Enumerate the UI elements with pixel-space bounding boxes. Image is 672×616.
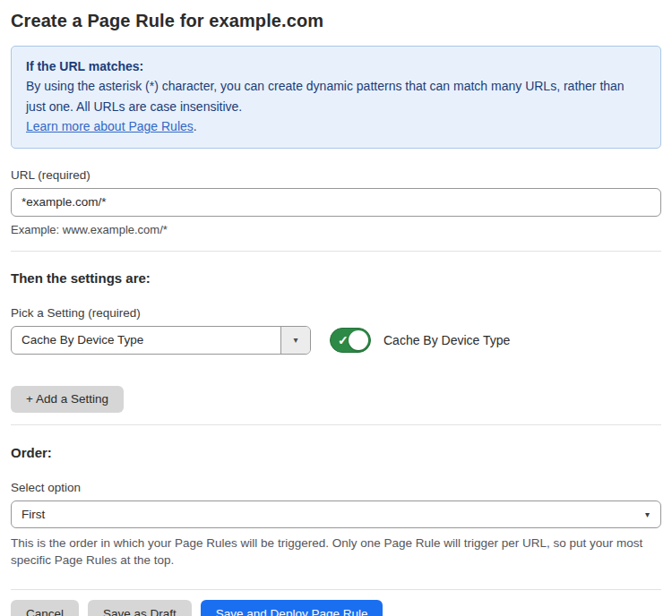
info-box-heading: If the URL matches: [26, 56, 646, 76]
divider [11, 424, 661, 425]
info-box-link-line: Learn more about Page Rules. [26, 116, 646, 136]
checkmark-icon: ✓ [338, 333, 349, 346]
pick-setting-label: Pick a Setting (required) [11, 306, 661, 320]
setting-select-value: Cache By Device Type [12, 327, 280, 354]
cache-device-toggle[interactable]: ✓ [330, 328, 371, 353]
learn-more-link[interactable]: Learn more about Page Rules [26, 119, 194, 133]
toggle-knob [349, 330, 368, 350]
cancel-button[interactable]: Cancel [11, 600, 79, 616]
settings-heading: Then the settings are: [11, 270, 661, 286]
link-suffix: . [194, 119, 197, 133]
url-example-text: Example: www.example.com/* [11, 223, 661, 236]
toggle-label: Cache By Device Type [383, 333, 510, 347]
info-box-body: By using the asterisk (*) character, you… [26, 76, 646, 116]
save-draft-button[interactable]: Save as Draft [88, 600, 192, 616]
order-select[interactable]: First ▾ [11, 500, 661, 528]
page-rule-form: Create a Page Rule for example.com If th… [0, 0, 672, 616]
form-actions: Cancel Save as Draft Save and Deploy Pag… [11, 600, 661, 616]
url-label: URL (required) [11, 168, 661, 182]
page-title: Create a Page Rule for example.com [11, 11, 661, 31]
divider [11, 251, 661, 252]
url-input[interactable] [11, 188, 661, 217]
order-help-text: This is the order in which your Page Rul… [11, 535, 661, 569]
setting-select-arrow-button[interactable]: ▾ [280, 327, 310, 354]
order-heading: Order: [11, 445, 661, 460]
order-select-label: Select option [11, 481, 661, 494]
setting-row: Cache By Device Type ▾ ✓ Cache By Device… [11, 326, 661, 355]
add-setting-button[interactable]: + Add a Setting [11, 386, 124, 413]
chevron-down-icon: ▾ [293, 335, 297, 345]
save-deploy-button[interactable]: Save and Deploy Page Rule [201, 600, 383, 616]
divider [11, 589, 661, 590]
url-match-info-box: If the URL matches: By using the asteris… [11, 46, 661, 149]
setting-select[interactable]: Cache By Device Type ▾ [11, 326, 311, 355]
chevron-down-icon: ▾ [645, 509, 650, 519]
order-select-value: First [22, 508, 645, 521]
